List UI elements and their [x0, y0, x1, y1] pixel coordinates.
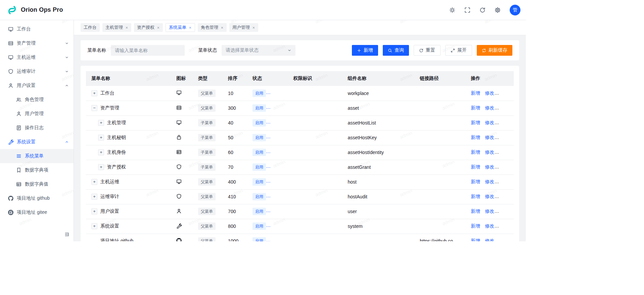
visibility-tag: 显示 — [271, 237, 285, 241]
expand-row-button[interactable]: + — [98, 120, 104, 126]
tab-close-icon[interactable] — [189, 26, 192, 29]
refresh-icon[interactable] — [479, 7, 486, 13]
expand-row-button[interactable]: + — [98, 135, 104, 141]
sidebar-item-operation-log[interactable]: 操作日志 — [0, 121, 74, 135]
row-add-link[interactable]: 新增 — [471, 164, 480, 169]
table-head: 菜单名称图标类型排序状态权限标识组件名称链接路径操作 — [86, 71, 514, 86]
header-row: 菜单名称图标类型排序状态权限标识组件名称链接路径操作 — [86, 71, 514, 86]
tab-item[interactable]: 主机管理 — [102, 23, 131, 32]
menu-type-tag: 父菜单 — [198, 90, 216, 97]
expand-row-button[interactable]: + — [91, 179, 97, 185]
menu-type-tag: 父菜单 — [198, 178, 216, 186]
sidebar-item-user-manage[interactable]: 用户管理 — [0, 107, 74, 121]
sidebar-item-ops-audit[interactable]: 运维审计 — [0, 64, 74, 79]
filter-field-menu-status: 菜单状态请选择菜单状态 — [198, 45, 295, 56]
expand-row-button[interactable]: + — [91, 90, 97, 96]
main-area: 工作台主机管理资产授权系统菜单角色管理用户管理 菜单名称菜单状态请选择菜单状态 … — [74, 20, 526, 241]
sort-value: 70 — [223, 160, 247, 175]
tab-close-icon[interactable] — [157, 26, 160, 29]
tab-close-icon[interactable] — [221, 26, 224, 29]
row-delete-link[interactable]: 删除 — [499, 164, 508, 169]
row-edit-link[interactable]: 修改 — [485, 105, 494, 110]
row-add-link[interactable]: 新增 — [471, 120, 480, 125]
row-edit-link[interactable]: 修改 — [485, 120, 494, 125]
row-add-link[interactable]: 新增 — [471, 238, 480, 241]
expand-row-button[interactable]: + — [98, 149, 104, 155]
user-avatar[interactable]: 管 — [510, 5, 520, 15]
sidebar-item-dict-value[interactable]: 数据字典值 — [0, 177, 74, 191]
sidebar-collapse-button[interactable] — [64, 232, 70, 238]
row-delete-link[interactable]: 删除 — [499, 223, 508, 229]
sidebar-item-github[interactable]: 项目地址 github — [0, 191, 74, 205]
row-add-link[interactable]: 新增 — [471, 179, 480, 184]
tab-item[interactable]: 用户管理 — [229, 23, 258, 32]
menu-status-select[interactable]: 请选择菜单状态 — [222, 45, 295, 56]
row-delete-link[interactable]: 删除 — [499, 149, 508, 155]
tab-close-icon[interactable] — [125, 26, 128, 29]
desktop-icon — [176, 179, 182, 184]
table-row: +系统设置父菜单800启用显示system新增修改删除 — [86, 219, 514, 234]
sidebar-item-role-manage[interactable]: 角色管理 — [0, 93, 74, 107]
sidebar-item-gitee[interactable]: 项目地址 gitee — [0, 205, 74, 219]
row-add-link[interactable]: 新增 — [471, 135, 480, 140]
row-edit-link[interactable]: 修改 — [485, 194, 494, 199]
gear-icon[interactable] — [495, 7, 501, 13]
collapse-row-button[interactable]: − — [91, 105, 97, 111]
row-add-link[interactable]: 新增 — [471, 149, 480, 155]
row-edit-link[interactable]: 修改 — [485, 135, 494, 140]
expand-row-button[interactable]: + — [98, 164, 104, 170]
sidebar-item-dict-item[interactable]: 数据字典项 — [0, 163, 74, 177]
row-edit-link[interactable]: 修改 — [485, 90, 494, 96]
fullscreen-icon[interactable] — [464, 7, 470, 13]
tab-item[interactable]: 系统菜单 — [166, 23, 195, 32]
tab-close-icon[interactable] — [252, 26, 255, 29]
brand[interactable]: Orion Ops Pro — [7, 5, 63, 15]
refresh-cache-button[interactable]: 刷新缓存 — [477, 45, 512, 56]
row-edit-link[interactable]: 修改 — [485, 208, 494, 214]
sidebar-item-workplace[interactable]: 工作台 — [0, 22, 74, 36]
row-delete-link[interactable]: 删除 — [499, 135, 508, 140]
row-delete-link[interactable]: 删除 — [499, 120, 508, 125]
tab-item[interactable]: 资产授权 — [134, 23, 163, 32]
tab-item[interactable]: 角色管理 — [198, 23, 227, 32]
row-edit-link[interactable]: 修改 — [485, 223, 494, 229]
add-button[interactable]: 新增 — [352, 45, 378, 56]
sidebar-item-user-settings[interactable]: 用户设置 — [0, 79, 74, 93]
link-path — [414, 160, 465, 175]
content: 菜单名称菜单状态请选择菜单状态 新增查询重置展开刷新缓存 菜单名称图标类型排序状… — [74, 35, 526, 241]
expand-row-button[interactable]: + — [91, 194, 97, 200]
tab-item[interactable]: 工作台 — [81, 23, 100, 32]
brightness-icon[interactable] — [449, 7, 455, 13]
sidebar-item-label: 数据字典项 — [25, 167, 48, 173]
row-edit-link[interactable]: 修改 — [485, 164, 494, 169]
reset-button[interactable]: 重置 — [414, 45, 441, 56]
row-edit-link[interactable]: 修改 — [485, 149, 494, 155]
row-delete-link[interactable]: 删除 — [499, 194, 508, 199]
expand-all-button[interactable]: 展开 — [445, 45, 472, 56]
bookmark-icon — [16, 167, 21, 173]
sidebar-item-system-settings[interactable]: 系统设置 — [0, 135, 74, 149]
link-path — [414, 115, 465, 130]
row-add-link[interactable]: 新增 — [471, 194, 480, 199]
sort-value: 40 — [223, 115, 247, 130]
menu-name-input[interactable] — [111, 45, 185, 56]
row-add-link[interactable]: 新增 — [471, 90, 480, 96]
sidebar-item-host-ops[interactable]: 主机运维 — [0, 50, 74, 64]
expand-row-button[interactable]: + — [91, 208, 97, 214]
row-add-link[interactable]: 新增 — [471, 105, 480, 110]
query-button[interactable]: 查询 — [383, 45, 409, 56]
row-delete-link[interactable]: 删除 — [499, 238, 508, 241]
row-edit-link[interactable]: 修改 — [485, 179, 494, 184]
sidebar-item-system-menu[interactable]: 系统菜单 — [0, 149, 74, 163]
expand-row-button[interactable]: + — [91, 223, 97, 229]
sidebar-item-asset-manage[interactable]: 资产管理 — [0, 36, 74, 50]
row-delete-link[interactable]: 删除 — [499, 90, 508, 96]
menu-name: 用户设置 — [100, 208, 119, 214]
row-edit-link[interactable]: 修改 — [485, 238, 494, 241]
row-delete-link[interactable]: 删除 — [499, 208, 508, 214]
row-add-link[interactable]: 新增 — [471, 223, 480, 229]
row-delete-link[interactable]: 删除 — [499, 105, 508, 110]
row-delete-link[interactable]: 删除 — [499, 179, 508, 184]
row-add-link[interactable]: 新增 — [471, 208, 480, 214]
tab-bar: 工作台主机管理资产授权系统菜单角色管理用户管理 — [74, 20, 526, 35]
